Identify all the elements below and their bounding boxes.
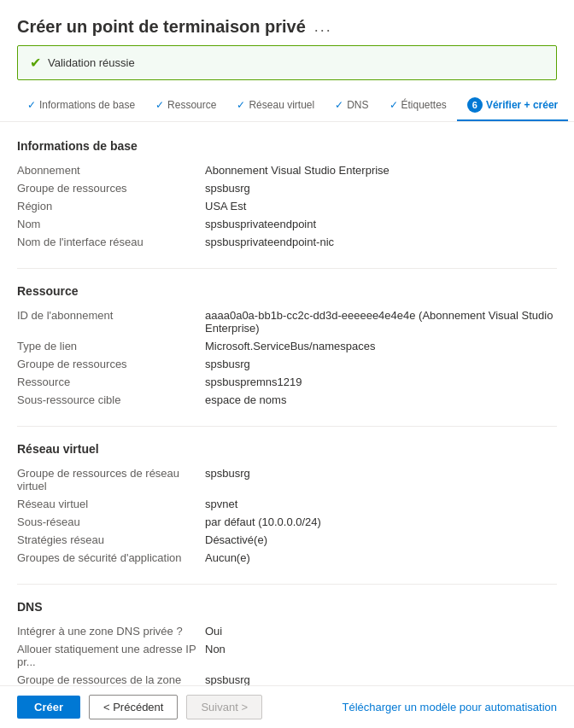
value-dns-integration: Oui [205,622,557,640]
label-interface: Nom de l'interface réseau [17,233,205,251]
table-row: Réseau virtuel spvnet [17,495,557,513]
table-row: Groupe de ressources spsbusrg [17,179,557,197]
tab-label-dns: DNS [347,99,368,111]
tab-check-basics: ✓ [27,99,36,111]
tab-check-vnet: ✓ [237,99,245,111]
tabs-bar: ✓ Informations de base ✓ Ressource ✓ Rés… [0,90,574,122]
section-title-dns: DNS [17,597,557,614]
tab-label-vnet: Réseau virtuel [249,99,314,111]
table-row: Intégrer à une zone DNS privée ? Oui [17,622,557,640]
label-groupe: Groupe de ressources [17,179,205,197]
label-nom: Nom [17,215,205,233]
resource-table: ID de l'abonnement aaaa0a0a-bb1b-cc2c-dd… [17,306,557,409]
tab-label-resource: Ressource [167,99,216,111]
tab-label-basics: Informations de base [39,99,135,111]
download-template-link[interactable]: Télécharger un modèle pour automatisatio… [343,701,557,713]
tab-label-tags: Étiquettes [401,99,447,111]
value-sous-ressource: espace de noms [205,391,557,409]
label-strategies: Stratégies réseau [17,531,205,549]
table-row: Sous-réseau par défaut (10.0.0.0/24) [17,513,557,531]
table-row: Type de lien Microsoft.ServiceBus/namesp… [17,337,557,355]
value-interface: spsbusprivateendpoint-nic [205,233,557,251]
table-row: Groupe de ressources de réseau virtuel s… [17,464,557,495]
tab-basics[interactable]: ✓ Informations de base [17,92,145,119]
value-groupe: spsbusrg [205,179,557,197]
tab-number-review: 6 [467,97,483,113]
tab-label-review: Vérifier + créer [486,99,558,111]
table-row: Nom de l'interface réseau spsbusprivatee… [17,233,557,251]
value-rg-vnet: spsbusrg [205,464,557,495]
value-static-ip: Non [205,640,557,671]
label-static-ip: Allouer statiquement une adresse IP pr..… [17,640,205,671]
label-sous-ressource: Sous-ressource cible [17,391,205,409]
table-row: Sous-ressource cible espace de noms [17,391,557,409]
create-button[interactable]: Créer [17,696,80,719]
table-row: Allouer statiquement une adresse IP pr..… [17,640,557,671]
tab-resource[interactable]: ✓ Ressource [145,92,226,119]
label-abonnement: Abonnement [17,161,205,179]
next-button: Suivant > [186,695,262,719]
table-row: Nom spsbusprivateendpoint [17,215,557,233]
value-nsg: Aucun(e) [205,549,557,567]
section-title-resource: Ressource [17,281,557,298]
section-title-basics: Informations de base [17,136,557,153]
label-rg-vnet: Groupe de ressources de réseau virtuel [17,464,205,495]
table-row: ID de l'abonnement aaaa0a0a-bb1b-cc2c-dd… [17,306,557,337]
prev-button[interactable]: < Précédent [89,695,178,719]
validation-text: Validation réussie [48,56,135,69]
value-rg-resource: spsbusrg [205,355,557,373]
value-nom: spsbusprivateendpoint [205,215,557,233]
table-row: Stratégies réseau Désactivé(e) [17,531,557,549]
section-vnet: Réseau virtuel Groupe de ressources de r… [17,439,557,567]
table-row: Groupes de sécurité d'application Aucun(… [17,549,557,567]
section-resource: Ressource ID de l'abonnement aaaa0a0a-bb… [17,281,557,409]
table-row: Groupe de ressources spsbusrg [17,355,557,373]
value-sub-id: aaaa0a0a-bb1b-cc2c-dd3d-eeeeee4e4e4e (Ab… [205,306,557,337]
tab-review[interactable]: 6 Vérifier + créer [457,90,568,121]
basics-table: Abonnement Abonnement Visual Studio Ente… [17,161,557,251]
section-basics: Informations de base Abonnement Abonneme… [17,136,557,251]
value-ressource: spsbuspremns1219 [205,373,557,391]
tab-dns[interactable]: ✓ DNS [325,92,378,119]
value-region: USA Est [205,197,557,215]
label-vnet: Réseau virtuel [17,495,205,513]
value-vnet: spvnet [205,495,557,513]
tab-check-dns: ✓ [335,99,343,111]
value-type-lien: Microsoft.ServiceBus/namespaces [205,337,557,355]
label-ressource: Ressource [17,373,205,391]
table-row: Ressource spsbuspremns1219 [17,373,557,391]
label-sub-id: ID de l'abonnement [17,306,205,337]
footer: Créer < Précédent Suivant > Télécharger … [0,685,574,728]
tab-check-resource: ✓ [155,99,164,111]
label-nsg: Groupes de sécurité d'application [17,549,205,567]
more-options-icon[interactable]: ... [314,18,332,36]
value-subnet: par défaut (10.0.0.0/24) [205,513,557,531]
vnet-table: Groupe de ressources de réseau virtuel s… [17,464,557,567]
tab-vnet[interactable]: ✓ Réseau virtuel [226,92,325,119]
tab-tags[interactable]: ✓ Étiquettes [379,92,457,119]
page-title: Créer un point de terminaison privé [17,17,306,37]
label-subnet: Sous-réseau [17,513,205,531]
page-header: Créer un point de terminaison privé ... [0,0,574,45]
section-title-vnet: Réseau virtuel [17,439,557,456]
value-abonnement: Abonnement Visual Studio Enterprise [205,161,557,179]
value-strategies: Désactivé(e) [205,531,557,549]
label-region: Région [17,197,205,215]
table-row: Abonnement Abonnement Visual Studio Ente… [17,161,557,179]
divider-2 [17,426,557,427]
tab-check-tags: ✓ [390,99,398,111]
label-type-lien: Type de lien [17,337,205,355]
content-area: Informations de base Abonnement Abonneme… [0,122,574,728]
validation-banner: ✔ Validation réussie [17,45,557,80]
success-icon: ✔ [30,55,41,71]
table-row: Région USA Est [17,197,557,215]
divider-1 [17,268,557,269]
label-dns-integration: Intégrer à une zone DNS privée ? [17,622,205,640]
divider-3 [17,584,557,585]
label-rg-resource: Groupe de ressources [17,355,205,373]
